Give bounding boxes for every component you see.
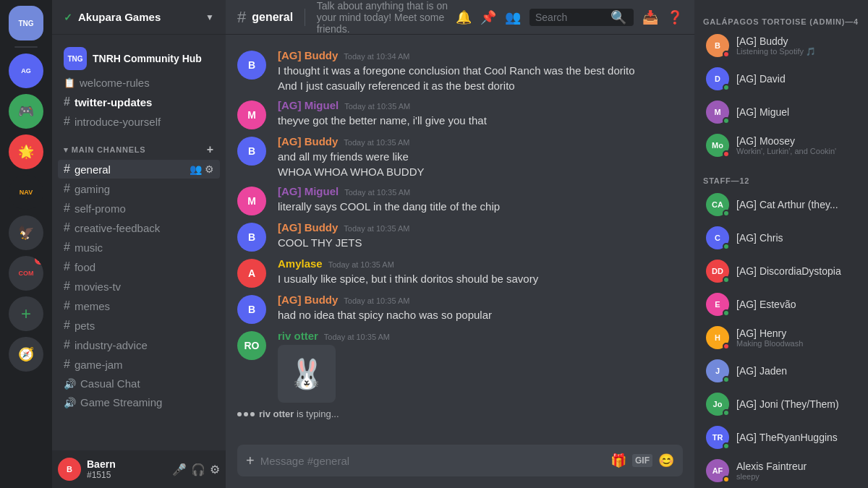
message-header: Amylase Today at 10:35 AM (278, 257, 683, 270)
help-icon[interactable]: ❓ (667, 9, 683, 25)
channel-creative-feedback[interactable]: # creative-feedback (58, 218, 220, 237)
member-item[interactable]: D [AG] David (700, 63, 862, 95)
channel-game-jam[interactable]: # game-jam (58, 355, 220, 374)
member-item[interactable]: Jo [AG] Joni (They/Them) (700, 388, 862, 420)
member-item[interactable]: J [AG] Jaden (700, 355, 862, 387)
channel-food[interactable]: # food (58, 257, 220, 276)
channel-label: food (75, 261, 95, 273)
typing-text: riv otter is typing... (259, 408, 339, 419)
explore-button[interactable]: 🧭 (9, 337, 43, 372)
member-name: [AG] Buddy (736, 35, 856, 47)
mic-icon[interactable]: 🎤 (172, 463, 187, 476)
server-icon-1[interactable]: AG (9, 53, 43, 88)
server-icon-6[interactable]: COM 1 (9, 256, 43, 291)
hash-icon: # (64, 299, 70, 312)
server-icon-2[interactable]: 🎮 (9, 94, 43, 129)
message-timestamp: Today at 10:35 AM (344, 224, 409, 233)
member-name: [AG] Jaden (736, 365, 856, 377)
channel-list: TNG TNRH Community Hub 📋 welcome-rules #… (52, 35, 226, 450)
channel-game-streaming[interactable]: 🔊 Game Streaming (58, 393, 220, 411)
server-header[interactable]: ✓ Akupara Games ▼ (52, 0, 226, 35)
message-content: [AG] Miguel Today at 10:35 AM literally … (278, 185, 683, 215)
channel-label: self-promo (75, 202, 126, 215)
emoji-icon[interactable]: 😊 (658, 453, 674, 468)
member-item[interactable]: DD [AG] DiscordiaDystopia (700, 255, 862, 287)
channel-industry-advice[interactable]: # industry-advice (58, 335, 220, 354)
message-group: A Amylase Today at 10:35 AM I usually li… (226, 254, 694, 291)
voice-icon: 🔊 (64, 397, 76, 408)
message-content: [AG] Buddy Today at 10:34 AM I thought i… (278, 49, 683, 93)
discriminator: #1515 (87, 470, 166, 480)
member-info: [AG] Estevão (736, 299, 856, 310)
channel-casual-chat[interactable]: 🔊 Casual Chat (58, 374, 220, 393)
gif-icon[interactable]: GIF (632, 454, 652, 467)
message-username: [AG] Miguel (278, 185, 339, 197)
member-info: [AG] Henry Making Bloodwash (736, 328, 856, 348)
server-icon-5[interactable]: 🦅 (9, 215, 43, 250)
inbox-icon[interactable]: 📥 (642, 9, 658, 25)
headset-icon[interactable]: 🎧 (191, 463, 205, 476)
member-item[interactable]: CA [AG] Cat Arthur (they... (700, 189, 862, 221)
message-content: [AG] Miguel Today at 10:35 AM theyve got… (278, 99, 683, 129)
member-avatar: E (706, 293, 729, 316)
member-item[interactable]: B [AG] Buddy Listening to Spotify 🎵 (700, 30, 862, 61)
search-box[interactable]: 🔍 (529, 9, 634, 26)
avatar: RO (237, 331, 266, 360)
member-item[interactable]: AF Alexis Faintreur sleepy (700, 455, 862, 487)
channel-label: welcome-rules (80, 77, 150, 89)
member-item[interactable]: H [AG] Henry Making Bloodwash (700, 322, 862, 354)
channel-label: twitter-updates (75, 96, 153, 108)
message-group: B [AG] Buddy Today at 10:35 AM COOL THY … (226, 218, 694, 254)
server-icon-tnrh[interactable]: TNG (9, 6, 43, 40)
pin-icon[interactable]: 📌 (480, 9, 496, 25)
server-icon-4[interactable]: NAV (9, 175, 43, 210)
notification-icon[interactable]: 🔔 (456, 9, 472, 25)
search-input[interactable] (535, 12, 608, 23)
message-header: [AG] Miguel Today at 10:35 AM (278, 99, 683, 111)
hash-icon: # (64, 338, 70, 351)
gift-icon[interactable]: 🎁 (610, 453, 626, 468)
member-info: [AG] Cat Arthur (they... (736, 199, 856, 210)
channel-general[interactable]: # general 👥 ⚙ (58, 160, 220, 179)
add-server-button[interactable]: + (9, 296, 43, 331)
members-icon[interactable]: 👥 (505, 9, 521, 25)
server-icon-3[interactable]: 🌟 (9, 134, 43, 169)
settings-icon[interactable]: ⚙ (205, 163, 214, 175)
channel-label: general (75, 163, 111, 176)
member-info: [AG] Moosey Workin', Lurkin', and Cookin… (736, 135, 856, 155)
add-channel-icon[interactable]: + (207, 143, 214, 156)
message-input[interactable] (260, 455, 605, 467)
member-item[interactable]: M [AG] Miguel (700, 96, 862, 128)
hash-icon: # (64, 280, 70, 293)
main-channels-category[interactable]: ▾ MAIN CHANNELS + (58, 132, 220, 159)
member-item[interactable]: TR [AG] TheRyanHuggins (700, 421, 862, 453)
status-indicator (723, 343, 730, 350)
community-hub-item[interactable]: TNG TNRH Community Hub (58, 41, 220, 73)
channel-pets[interactable]: # pets (58, 316, 220, 335)
server-name: Akupara Games (78, 11, 161, 23)
message-text: WHOA WHOA WHOA BUDDY (278, 164, 683, 179)
channel-introduce-yourself[interactable]: # introduce-yourself (58, 112, 220, 131)
settings-icon[interactable]: ⚙ (210, 463, 220, 476)
channel-self-promo[interactable]: # self-promo (58, 199, 220, 218)
member-avatar: B (706, 34, 729, 57)
member-avatar: Jo (706, 393, 729, 416)
channel-movies-tv[interactable]: # movies-tv (58, 277, 220, 296)
member-avatar: H (706, 326, 729, 349)
avatar: B (237, 51, 266, 80)
attach-icon[interactable]: + (246, 453, 255, 469)
message-timestamp: Today at 10:35 AM (344, 188, 410, 197)
add-members-icon[interactable]: 👥 (190, 163, 202, 175)
member-item[interactable]: Mo [AG] Moosey Workin', Lurkin', and Coo… (700, 129, 862, 161)
channel-welcome-rules[interactable]: 📋 welcome-rules (58, 74, 220, 92)
voice-icon: 🔊 (64, 378, 76, 390)
channel-twitter-updates[interactable]: # twitter-updates (58, 93, 220, 111)
typing-indicator: riv otter is typing... (226, 406, 694, 422)
channel-music[interactable]: # music (58, 238, 220, 257)
message-timestamp: Today at 10:35 AM (344, 138, 409, 147)
member-info: [AG] Miguel (736, 106, 856, 118)
channel-memes[interactable]: # memes (58, 296, 220, 315)
member-item[interactable]: C [AG] Chris (700, 222, 862, 254)
member-item[interactable]: E [AG] Estevão (700, 288, 862, 320)
channel-gaming[interactable]: # gaming (58, 179, 220, 198)
